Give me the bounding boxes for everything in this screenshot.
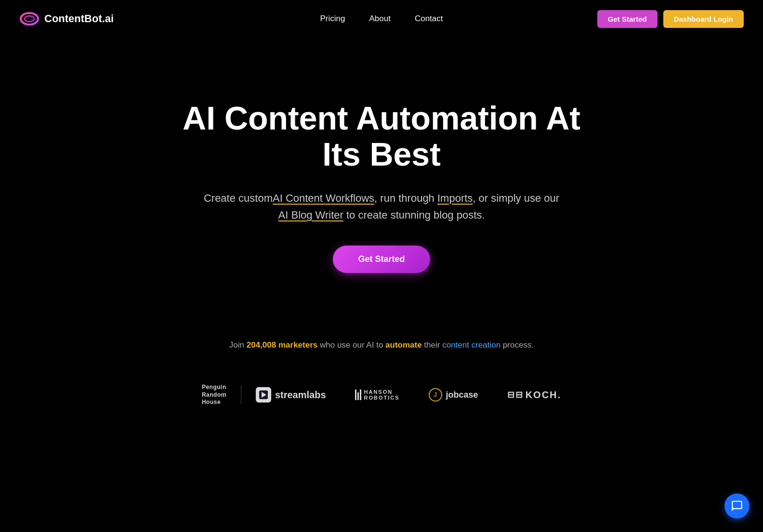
jobcase-text: jobcase <box>446 390 478 400</box>
hero-section: AI Content Automation At Its Best Create… <box>0 38 763 311</box>
jobcase-logo: J jobcase <box>429 388 478 402</box>
social-proof-suffix: process. <box>500 340 534 350</box>
nav-get-started-button[interactable]: Get Started <box>597 10 658 28</box>
nav-link-about[interactable]: About <box>369 14 390 24</box>
logo-link[interactable]: ContentBot.ai <box>19 9 114 29</box>
svg-point-1 <box>25 16 34 22</box>
logo-koch: ⊟⊟ KOCH. <box>493 385 576 405</box>
streamlabs-icon <box>256 387 271 402</box>
hero-subtitle: Create customAI Content Workflows, run t… <box>198 190 565 223</box>
logo-icon <box>19 9 39 29</box>
hero-subtitle-mid2: , or simply use our <box>473 192 559 204</box>
navbar: ContentBot.ai Pricing About Contact Get … <box>0 0 763 38</box>
nav-link-contact[interactable]: Contact <box>415 14 443 24</box>
logo-hanson: HANSON ROBOTICS <box>341 384 414 405</box>
streamlabs-text: streamlabs <box>275 389 326 401</box>
hero-subtitle-before: Create custom <box>204 192 273 204</box>
logos-section: Penguin Random House streamlabs HANSON <box>0 360 763 440</box>
koch-text: KOCH. <box>526 389 561 401</box>
hero-link-workflows[interactable]: AI Content Workflows <box>273 192 374 204</box>
logo-streamlabs: streamlabs <box>241 382 341 407</box>
hero-subtitle-mid1: , run through <box>374 192 437 204</box>
social-proof-prefix: Join <box>229 340 247 350</box>
hero-get-started-button[interactable]: Get Started <box>333 246 430 273</box>
nav-dashboard-login-button[interactable]: Dashboard Login <box>663 10 744 28</box>
nav-links: Pricing About Contact <box>320 14 443 24</box>
nav-actions: Get Started Dashboard Login <box>597 10 744 28</box>
logo-penguin: Penguin Random House <box>187 379 241 411</box>
streamlabs-logo: streamlabs <box>256 387 326 402</box>
social-proof-automate: automate <box>385 340 422 350</box>
hero-subtitle-after: to create stunning blog posts. <box>343 209 485 221</box>
social-proof-count: 204,008 marketers <box>247 340 317 350</box>
hero-link-blog-writer[interactable]: AI Blog Writer <box>278 209 343 221</box>
koch-logo: ⊟⊟ KOCH. <box>507 389 561 401</box>
chat-bubble-button[interactable] <box>724 493 750 519</box>
nav-link-pricing[interactable]: Pricing <box>320 14 345 24</box>
logo-text: ContentBot.ai <box>44 13 114 25</box>
social-proof-mid: who use our AI to <box>317 340 385 350</box>
logo-jobcase: J jobcase <box>414 383 493 406</box>
social-proof-mid2: their <box>422 340 443 350</box>
hero-link-imports[interactable]: Imports <box>437 192 473 204</box>
jobcase-circle-icon: J <box>429 388 442 402</box>
social-proof-content-creation: content creation <box>442 340 500 350</box>
hanson-text: HANSON ROBOTICS <box>364 389 400 401</box>
hanson-bars-icon <box>355 389 361 400</box>
hero-title: AI Content Automation At Its Best <box>165 100 598 172</box>
social-proof: Join 204,008 marketers who use our AI to… <box>0 311 763 360</box>
chat-icon <box>731 500 743 512</box>
prh-logo-text: Penguin Random House <box>202 384 226 406</box>
